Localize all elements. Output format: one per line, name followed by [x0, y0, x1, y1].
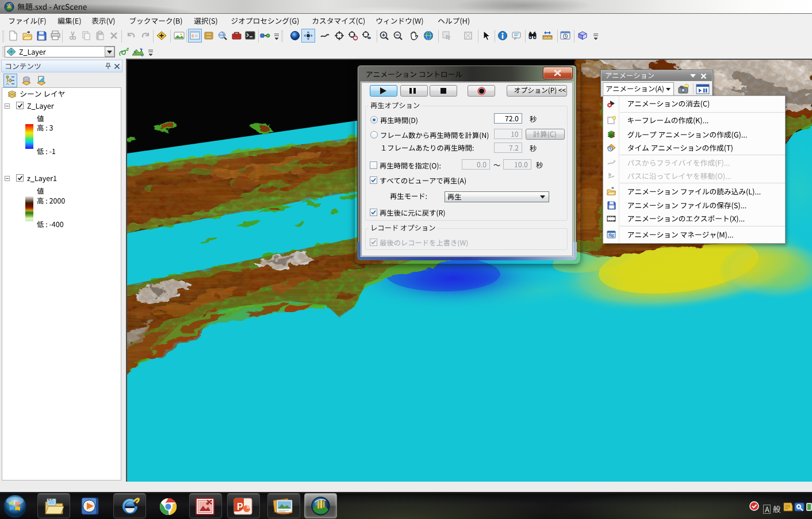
svg-text:P: P	[237, 502, 243, 512]
